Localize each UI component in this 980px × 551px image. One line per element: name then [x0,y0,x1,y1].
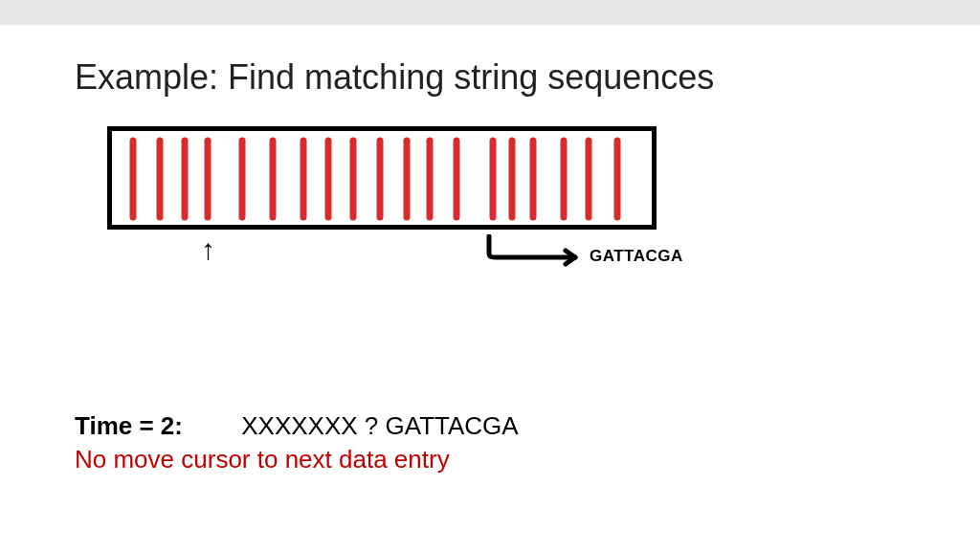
status-line-1: Time = 2: XXXXXXX ? GATTACGA [75,409,519,443]
status-result-text: No move cursor to next data entry [75,443,519,476]
status-block: Time = 2: XXXXXXX ? GATTACGA No move cur… [75,409,519,476]
gattacga-label: GATTACGA [590,247,683,266]
time-label: Time = 2: [75,411,183,440]
barcode-svg [112,131,652,225]
slide-title: Example: Find matching string sequences [75,57,714,98]
cursor-arrow-icon: ↑ [201,235,215,264]
callout-arrow-icon [483,234,589,269]
query-text: XXXXXXX ? GATTACGA [241,411,518,440]
slide-top-bar [0,0,980,25]
barcode-box [107,126,657,230]
